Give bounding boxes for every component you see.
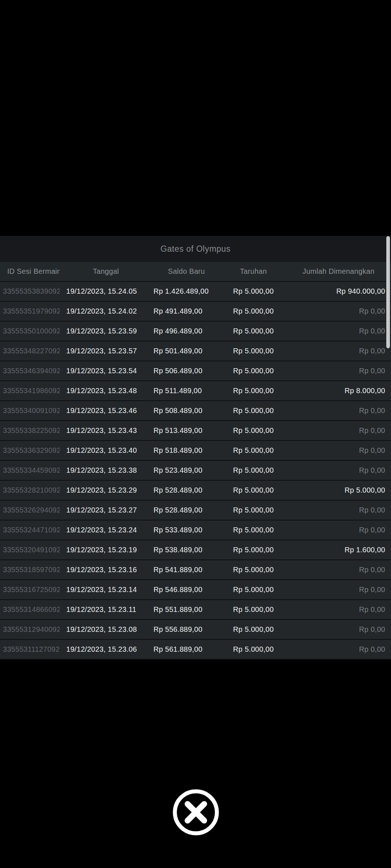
session-id-cell: 33555324471092 [0, 526, 60, 534]
table-row: 3355532049109219/12/2023, 15.23.19Rp 538… [0, 540, 391, 560]
balance-cell: Rp 491.489,00 [152, 307, 221, 315]
phone-screen: Gates of Olympus ID Sesi Bermain # Tangg… [0, 0, 391, 868]
date-cell: 19/12/2023, 15.23.29 [60, 486, 152, 494]
bet-cell: Rp 5.000,00 [221, 347, 286, 355]
balance-cell: Rp 518.489,00 [152, 446, 221, 455]
table-row: 3355531486609219/12/2023, 15.23.11Rp 551… [0, 600, 391, 620]
session-id-cell: 33555311127092 [0, 645, 60, 654]
date-cell: 19/12/2023, 15.23.19 [60, 546, 152, 554]
win-cell: Rp 1.600,00 [286, 546, 391, 554]
session-id-cell: 33555338225092 [0, 426, 60, 435]
session-id-cell: 33555326294092 [0, 506, 60, 514]
table-row: 3355533445909219/12/2023, 15.23.38Rp 523… [0, 461, 391, 481]
session-id-cell: 33555312940092 [0, 625, 60, 634]
session-id-cell: 33555350100092 [0, 327, 60, 335]
table-body[interactable]: 3355535383909219/12/2023, 15.24.05Rp 1.4… [0, 282, 391, 660]
bet-cell: Rp 5.000,00 [221, 407, 286, 415]
game-title: Gates of Olympus [160, 244, 231, 254]
date-cell: 19/12/2023, 15.23.24 [60, 526, 152, 534]
balance-cell: Rp 506.489,00 [152, 367, 221, 375]
session-id-cell: 33555351979092 [0, 307, 60, 315]
balance-cell: Rp 541.889,00 [152, 566, 221, 574]
date-cell: 19/12/2023, 15.23.27 [60, 506, 152, 514]
balance-cell: Rp 561.889,00 [152, 645, 221, 654]
scrollbar-thumb[interactable] [386, 236, 390, 348]
win-cell: Rp 0,00 [286, 466, 391, 475]
bet-cell: Rp 5.000,00 [221, 526, 286, 534]
table-row: 3355534639409219/12/2023, 15.23.54Rp 506… [0, 361, 391, 381]
win-cell: Rp 0,00 [286, 645, 391, 654]
balance-cell: Rp 533.489,00 [152, 526, 221, 534]
bet-cell: Rp 5.000,00 [221, 327, 286, 335]
table-row: 3355531294009219/12/2023, 15.23.08Rp 556… [0, 620, 391, 640]
win-cell: Rp 0,00 [286, 566, 391, 574]
table-row: 3355531112709219/12/2023, 15.23.06Rp 561… [0, 640, 391, 660]
x-circle-icon [172, 789, 219, 836]
balance-cell: Rp 528.489,00 [152, 486, 221, 494]
balance-cell: Rp 1.426.489,00 [152, 287, 221, 295]
session-id-cell: 33555348227092 [0, 347, 60, 355]
date-cell: 19/12/2023, 15.23.11 [60, 605, 152, 614]
balance-cell: Rp 546.889,00 [152, 586, 221, 594]
balance-cell: Rp 523.489,00 [152, 466, 221, 475]
date-cell: 19/12/2023, 15.24.02 [60, 307, 152, 315]
table-row: 3355532447109219/12/2023, 15.23.24Rp 533… [0, 520, 391, 540]
table-row: 3355532629409219/12/2023, 15.23.27Rp 528… [0, 501, 391, 520]
balance-cell: Rp 511.489,00 [152, 387, 221, 395]
table-row: 3355534198609219/12/2023, 15.23.48Rp 511… [0, 381, 391, 401]
session-id-cell: 33555328210092 [0, 486, 60, 494]
bet-cell: Rp 5.000,00 [221, 486, 286, 494]
win-cell: Rp 0,00 [286, 605, 391, 614]
win-cell: Rp 0,00 [286, 625, 391, 634]
close-button[interactable] [172, 789, 219, 836]
date-cell: 19/12/2023, 15.23.59 [60, 327, 152, 335]
win-cell: Rp 0,00 [286, 506, 391, 514]
column-header-session-id: ID Sesi Bermain # [0, 267, 60, 276]
date-cell: 19/12/2023, 15.23.38 [60, 466, 152, 475]
win-cell: Rp 5.000,00 [286, 486, 391, 494]
win-cell: Rp 0,00 [286, 526, 391, 534]
table-row: 3355532821009219/12/2023, 15.23.29Rp 528… [0, 481, 391, 501]
table-row: 3355534822709219/12/2023, 15.23.57Rp 501… [0, 341, 391, 361]
date-cell: 19/12/2023, 15.23.16 [60, 566, 152, 574]
session-id-cell: 33555320491092 [0, 546, 60, 554]
table-header-row: ID Sesi Bermain # Tanggal Saldo Baru Tar… [0, 262, 391, 282]
date-cell: 19/12/2023, 15.23.06 [60, 645, 152, 654]
date-cell: 19/12/2023, 15.23.57 [60, 347, 152, 355]
bet-cell: Rp 5.000,00 [221, 446, 286, 455]
win-cell: Rp 0,00 [286, 367, 391, 375]
bet-cell: Rp 5.000,00 [221, 426, 286, 435]
session-id-cell: 33555318597092 [0, 566, 60, 574]
session-id-cell: 33555341986092 [0, 387, 60, 395]
table-row: 3355531672509219/12/2023, 15.23.14Rp 546… [0, 580, 391, 600]
table-row: 3355535010009219/12/2023, 15.23.59Rp 496… [0, 322, 391, 341]
bet-cell: Rp 5.000,00 [221, 367, 286, 375]
date-cell: 19/12/2023, 15.23.08 [60, 625, 152, 634]
table-row: 3355535383909219/12/2023, 15.24.05Rp 1.4… [0, 282, 391, 302]
balance-cell: Rp 513.489,00 [152, 426, 221, 435]
session-id-cell: 33555353839092 [0, 287, 60, 295]
balance-cell: Rp 538.489,00 [152, 546, 221, 554]
column-header-bet: Taruhan [221, 267, 286, 276]
date-cell: 19/12/2023, 15.23.48 [60, 387, 152, 395]
date-cell: 19/12/2023, 15.23.14 [60, 586, 152, 594]
balance-cell: Rp 551.889,00 [152, 605, 221, 614]
date-cell: 19/12/2023, 15.23.43 [60, 426, 152, 435]
session-id-cell: 33555340091092 [0, 407, 60, 415]
balance-cell: Rp 556.889,00 [152, 625, 221, 634]
session-id-cell: 33555336329092 [0, 446, 60, 455]
bet-cell: Rp 5.000,00 [221, 506, 286, 514]
table-row: 3355531859709219/12/2023, 15.23.16Rp 541… [0, 560, 391, 580]
table-row: 3355533632909219/12/2023, 15.23.40Rp 518… [0, 441, 391, 461]
bet-cell: Rp 5.000,00 [221, 546, 286, 554]
win-cell: Rp 940.000,00 [286, 287, 391, 295]
win-cell: Rp 0,00 [286, 446, 391, 455]
win-cell: Rp 0,00 [286, 426, 391, 435]
game-history-modal: Gates of Olympus ID Sesi Bermain # Tangg… [0, 236, 391, 660]
bet-cell: Rp 5.000,00 [221, 645, 286, 654]
session-id-cell: 33555334459092 [0, 466, 60, 475]
date-cell: 19/12/2023, 15.23.40 [60, 446, 152, 455]
column-header-win: Jumlah Dimenangkan [286, 267, 391, 276]
bet-cell: Rp 5.000,00 [221, 466, 286, 475]
session-id-cell: 33555314866092 [0, 605, 60, 614]
